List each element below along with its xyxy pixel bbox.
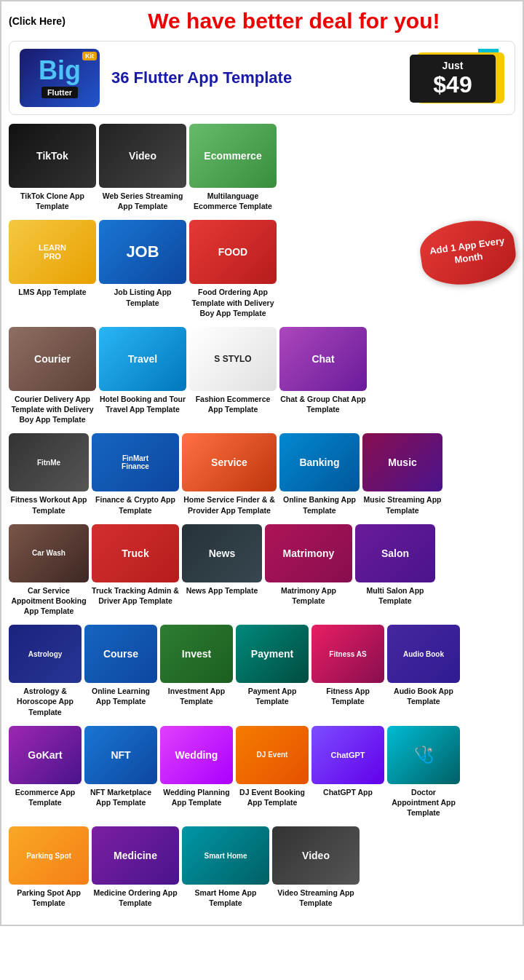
app-item-smarthome[interactable]: Smart Home Smart Home App Template: [182, 826, 269, 908]
thumb-label: Astrology: [28, 650, 63, 658]
app-label-video: Web Series Streaming App Template: [99, 191, 186, 211]
price-badge: Just $49: [410, 49, 504, 107]
app-item-job[interactable]: JOB Job Listing App Template: [99, 220, 186, 307]
app-label-salon: Multi Salon App Template: [355, 585, 435, 606]
thumb-job: JOB: [99, 220, 186, 284]
thumb-news: News: [182, 524, 262, 582]
app-item-news[interactable]: News News App Template: [182, 524, 262, 617]
app-label-lms: LMS App Template: [18, 287, 86, 297]
app-item-videostream[interactable]: Video Video Streaming App Template: [272, 826, 360, 908]
thumb-label: Course: [103, 648, 138, 660]
thumb-label: Chat: [311, 353, 334, 365]
app-label-carwash: Car Service Appoitment Booking App Templ…: [9, 585, 89, 617]
row-1: TikTok TikTok Clone App Template Video W…: [9, 124, 515, 216]
app-item-course[interactable]: Course Online Learning App Template: [84, 625, 157, 717]
app-item-fitnessapp[interactable]: Fitness AS Fitness App Template: [311, 625, 384, 717]
app-label-food: Food Ordering App Template with Delivery…: [189, 287, 277, 318]
deal-title: We have better deal for you!: [73, 9, 515, 33]
app-item-payment[interactable]: Payment Payment App Template: [236, 625, 309, 717]
app-item-finance[interactable]: FinMartFinance Finance & Crypto App Temp…: [92, 433, 179, 515]
app-item-chat[interactable]: Chat Chat & Group Chat App Template: [279, 327, 367, 425]
row-4: FitnMe Fitness Workout App Template FinM…: [9, 433, 515, 519]
thumb-wedding: Wedding: [160, 726, 233, 784]
app-item-djevent[interactable]: DJ Event DJ Event Booking App Template: [236, 726, 309, 818]
app-label-djevent: DJ Event Booking App Template: [236, 787, 309, 807]
thumb-label: ChatGPT: [330, 751, 365, 759]
thumb-label: Smart Home: [205, 852, 247, 860]
thumb-payment: Payment: [236, 625, 309, 683]
thumb-fitnessapp: Fitness AS: [311, 625, 384, 683]
thumb-label: Courier: [34, 353, 71, 365]
app-item-travel[interactable]: Travel Hotel Booking and Tour Travel App…: [99, 327, 186, 425]
thumb-doctor: 🩺: [387, 726, 460, 784]
app-label-astrology: Astrology & Horoscope App Template: [9, 686, 82, 717]
app-item-fashion[interactable]: S STYLO Fashion Ecommerce App Template: [189, 327, 277, 425]
app-item-music[interactable]: Music Music Streaming App Template: [362, 433, 442, 515]
main-container: (Click Here) We have better deal for you…: [0, 0, 524, 926]
app-item-fitness[interactable]: FitnMe Fitness Workout App Template: [9, 433, 89, 515]
thumb-chatgpt: ChatGPT: [311, 726, 384, 784]
thumb-label: Truck: [122, 548, 148, 559]
top-banner: (Click Here) We have better deal for you…: [9, 9, 515, 33]
app-item-lms[interactable]: LEARNPRO LMS App Template: [9, 220, 96, 297]
app-item-medicine[interactable]: Medicine Medicine Ordering App Template: [92, 826, 179, 908]
kit-logo: Kit Big Flutter: [20, 49, 100, 107]
app-label-music: Music Streaming App Template: [362, 494, 442, 515]
thumb-label: Video: [302, 850, 330, 861]
thumb-lms: LEARNPRO: [9, 220, 96, 284]
thumb-label: Banking: [299, 457, 339, 468]
thumb-homeservice: Service: [182, 433, 277, 491]
app-item-nft[interactable]: NFT NFT Marketplace App Template: [84, 726, 157, 818]
app-label-homeservice: Home Service Finder & & Provider App Tem…: [182, 494, 277, 515]
app-item-truck[interactable]: Truck Truck Tracking Admin & Driver App …: [92, 524, 179, 617]
app-item-tiktok[interactable]: TikTok TikTok Clone App Template: [9, 124, 96, 211]
app-item-parking[interactable]: Parking Spot Parking Spot App Template: [9, 826, 89, 908]
thumb-fashion: S STYLO: [189, 327, 277, 391]
app-label-fitnessapp: Fitness App Template: [311, 686, 384, 706]
app-item-chatgpt[interactable]: ChatGPT ChatGPT App: [311, 726, 384, 818]
row-2: LEARNPRO LMS App Template JOB Job Listin…: [9, 220, 515, 323]
app-label-tiktok: TikTok Clone App Template: [9, 191, 96, 211]
app-item-gokart[interactable]: GoKart Ecommerce App Template: [9, 726, 82, 818]
thumb-label: Ecommerce: [204, 150, 261, 162]
thumb-label: Salon: [381, 548, 409, 559]
app-label-finance: Finance & Crypto App Template: [92, 494, 179, 515]
app-item-courier[interactable]: Courier Courier Delivery App Template wi…: [9, 327, 96, 425]
app-label-medicine: Medicine Ordering App Template: [92, 888, 179, 908]
thumb-label: Car Wash: [32, 549, 66, 557]
thumb-label: S STYLO: [214, 354, 251, 364]
app-label-news: News App Template: [186, 585, 258, 596]
thumb-finance: FinMartFinance: [92, 433, 179, 491]
app-item-banking[interactable]: Banking Online Banking App Template: [279, 433, 360, 515]
app-item-doctor[interactable]: 🩺 Doctor Appointment App Template: [387, 726, 460, 818]
app-item-ecommerce[interactable]: Ecommerce Multilanguage Ecommerce Templa…: [189, 124, 277, 211]
app-label-payment: Payment App Template: [236, 686, 309, 706]
app-item-salon[interactable]: Salon Multi Salon App Template: [355, 524, 435, 617]
thumb-audiobook: Audio Book: [387, 625, 460, 683]
app-item-invest[interactable]: Invest Investment App Template: [160, 625, 233, 717]
app-item-audiobook[interactable]: Audio Book Audio Book App Template: [387, 625, 460, 717]
thumb-label: DJ Event: [257, 751, 288, 759]
app-item-homeservice[interactable]: Service Home Service Finder & & Provider…: [182, 433, 277, 515]
app-label-job: Job Listing App Template: [99, 287, 186, 307]
app-label-chat: Chat & Group Chat App Template: [279, 394, 367, 414]
app-item-matrimony[interactable]: Matrimony Matrimony App Template: [265, 524, 352, 617]
thumb-label: Video: [129, 150, 156, 162]
thumb-banking: Banking: [279, 433, 360, 491]
add-badge-text: Add 1 App Every Month: [417, 216, 520, 291]
app-item-carwash[interactable]: Car Wash Car Service Appoitment Booking …: [9, 524, 89, 617]
thumb-label: Medicine: [114, 850, 157, 861]
thumb-label: Travel: [128, 353, 157, 365]
app-item-video[interactable]: Video Web Series Streaming App Template: [99, 124, 186, 211]
thumb-medicine: Medicine: [92, 826, 179, 885]
thumb-label: Wedding: [175, 749, 218, 761]
click-here-label[interactable]: (Click Here): [9, 15, 66, 27]
thumb-label: Payment: [251, 648, 293, 660]
app-item-wedding[interactable]: Wedding Wedding Planning App Template: [160, 726, 233, 818]
app-item-food[interactable]: FOOD Food Ordering App Template with Del…: [189, 220, 277, 318]
thumb-label: LEARNPRO: [39, 243, 66, 261]
app-label-invest: Investment App Template: [160, 686, 233, 706]
app-item-astrology[interactable]: Astrology Astrology & Horoscope App Temp…: [9, 625, 82, 717]
price-inner: Just $49: [410, 55, 496, 103]
app-label-course: Online Learning App Template: [84, 686, 157, 706]
